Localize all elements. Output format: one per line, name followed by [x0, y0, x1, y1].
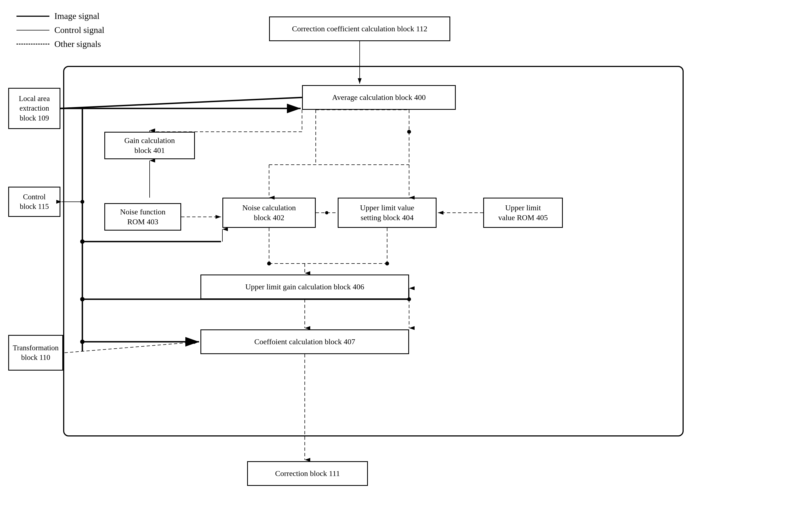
transformation-block: Transformationblock 110 [8, 335, 63, 370]
correction-coeff-block: Correction coefficient calculation block… [269, 17, 450, 41]
control-115-block: Controlblock 115 [8, 187, 60, 217]
main-container [63, 66, 684, 436]
control-signal-line [17, 30, 50, 31]
legend-other-signals: Other signals [17, 39, 104, 49]
upper-limit-rom-block: Upper limitvalue ROM 405 [483, 198, 563, 228]
noise-calc-block: Noise calculationblock 402 [222, 198, 316, 228]
other-signals-line [17, 44, 50, 44]
upper-limit-setting-block: Upper limit valuesetting block 404 [338, 198, 436, 228]
diagram: Image signal Control signal Other signal… [0, 0, 791, 532]
local-area-block: Local areaextractionblock 109 [8, 88, 60, 129]
coeff-calc-block: Coeffoient calculation block 407 [201, 329, 409, 354]
upper-limit-gain-block: Upper limit gain calculation block 406 [201, 274, 409, 299]
gain-calc-block: Gain calculationblock 401 [104, 132, 195, 159]
other-signals-label: Other signals [54, 39, 101, 49]
image-signal-line [17, 16, 50, 17]
legend: Image signal Control signal Other signal… [17, 11, 104, 53]
image-signal-label: Image signal [54, 11, 99, 21]
noise-func-block: Noise functionROM 403 [104, 203, 181, 231]
avg-calc-block: Average calculation block 400 [302, 85, 456, 110]
control-signal-label: Control signal [54, 25, 104, 35]
legend-control-signal: Control signal [17, 25, 104, 35]
legend-image-signal: Image signal [17, 11, 104, 21]
correction-block: Correction block 111 [247, 461, 368, 486]
